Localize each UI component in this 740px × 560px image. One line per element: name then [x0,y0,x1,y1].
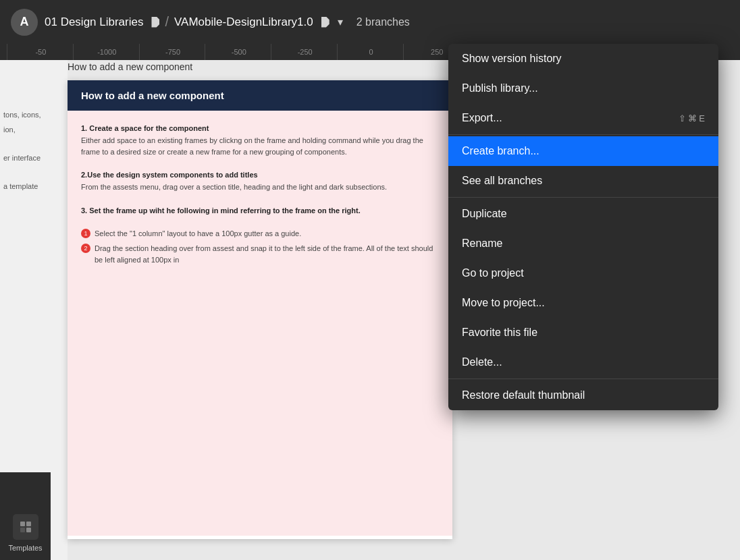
menu-item-label: Go to project [462,267,524,279]
menu-item-label: Duplicate [462,208,507,220]
e-key: E [699,113,705,123]
bullet-1: 1 [81,229,90,238]
menu-item-create-branch[interactable]: Create branch... [448,136,718,166]
menu-item-rename[interactable]: Rename [448,229,718,258]
frame-header: How to add a new component [68,80,452,111]
menu-item-label: Rename [462,237,502,250]
menu-item-label: Publish library... [462,82,538,94]
ruler-mark: -50 [7,44,73,60]
menu-item-delete[interactable]: Delete... [448,347,718,377]
numbered-items: 1 Select the "1 column" layout to have a… [81,228,439,266]
svg-rect-3 [26,528,31,532]
section-number: 2.Use the design system components to ad… [81,171,439,179]
numbered-item: 1 Select the "1 column" layout to have a… [81,228,439,240]
project-name[interactable]: 01 Design Libraries [45,16,143,29]
menu-item-label: Delete... [462,356,502,368]
menu-item-label: Show version history [462,53,562,65]
item-text: Drag the section heading over from asses… [95,243,439,265]
menu-item-duplicate[interactable]: Duplicate [448,199,718,229]
left-panel-item: er interface [3,150,64,165]
numbered-item: 2 Drag the section heading over from ass… [81,243,439,265]
figma-icon-project [151,17,159,28]
section-title: Create a space for the component [89,124,209,132]
left-panel-item: a template [3,179,64,194]
item-text: Select the "1 column" layout to have a 1… [95,228,301,240]
menu-item-export[interactable]: Export... ⇧ ⌘ E [448,103,718,133]
ruler-mark: -1000 [73,44,139,60]
branches-count: 2 branches [356,16,410,28]
file-name[interactable]: VAMobile-DesignLibrary1.0 [174,16,313,29]
figma-icon-file [321,17,329,28]
menu-item-move-to-project[interactable]: Move to project... [448,288,718,318]
ruler-mark: 0 [337,44,403,60]
left-panel: tons, icons, ion, er interface a templat… [0,60,68,560]
section-title: Use the design system components to add … [87,171,257,179]
shortcut-export: ⇧ ⌘ E [679,113,705,123]
menu-item-label: Favorite this file [462,327,537,339]
breadcrumb-separator: / [165,14,169,30]
templates-icon [13,514,38,540]
ruler-mark: -250 [271,44,337,60]
frame-label: How to add a new component [68,61,192,72]
dropdown-menu: Show version history Publish library... … [448,44,718,410]
menu-item-version-history[interactable]: Show version history [448,44,718,74]
svg-rect-2 [20,528,25,532]
title-bar: A 01 Design Libraries / VAMobile-DesignL… [0,0,740,44]
frame-body: 1. Create a space for the component Eith… [68,111,452,536]
templates-label: Templates [8,544,42,552]
menu-divider [448,379,718,379]
menu-item-see-all-branches[interactable]: See all branches [448,166,718,196]
menu-item-label: Restore default thumbnail [462,389,585,401]
breadcrumb: 01 Design Libraries / VAMobile-DesignLib… [45,14,346,30]
menu-item-favorite[interactable]: Favorite this file [448,318,718,347]
ruler-mark: -750 [139,44,205,60]
section-1: 1. Create a space for the component Eith… [81,124,439,157]
svg-rect-1 [26,522,31,526]
menu-item-go-to-project[interactable]: Go to project [448,258,718,288]
canvas-frame: How to add a new component How to add a … [68,80,452,539]
bullet-2: 2 [81,244,90,253]
section-number: 1. Create a space for the component [81,124,439,132]
section-text: Either add space to an existing frames b… [81,135,439,157]
left-panel-item: tons, icons, [3,107,64,122]
avatar: A [11,9,38,36]
left-panel-item: ion, [3,122,64,137]
menu-item-label: Export... [462,112,502,124]
shift-key: ⇧ [679,113,686,123]
svg-rect-0 [20,522,25,526]
menu-divider [448,134,718,135]
menu-divider [448,197,718,198]
menu-item-publish-library[interactable]: Publish library... [448,74,718,103]
section-3: 3. Set the frame up wiht he following in… [81,206,439,215]
ruler-mark: -500 [205,44,271,60]
frame-title: How to add a new component [81,90,224,101]
chevron-down-button[interactable]: ▾ [335,14,346,30]
menu-item-label: Move to project... [462,297,545,309]
section-2: 2.Use the design system components to ad… [81,171,439,193]
menu-item-label: See all branches [462,175,542,187]
menu-item-label: Create branch... [462,145,539,157]
section-number: 3. Set the frame up wiht he following in… [81,206,439,215]
menu-item-restore-thumbnail[interactable]: Restore default thumbnail [448,381,718,410]
section-text: From the assests menu, drag over a secti… [81,181,439,193]
cmd-key: ⌘ [688,113,697,123]
